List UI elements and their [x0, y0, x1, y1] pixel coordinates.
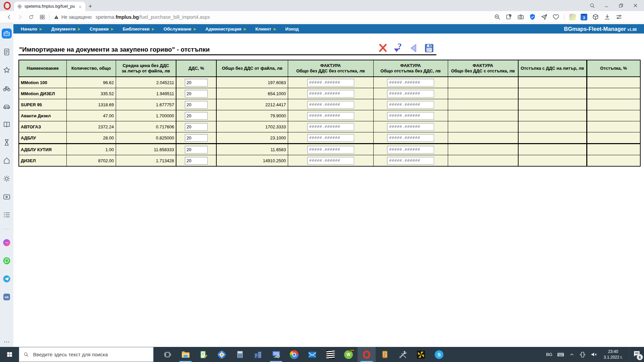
taskbar-task-view-icon[interactable] [158, 347, 176, 362]
sidebar-whatsapp-icon[interactable] [3, 257, 11, 265]
invoice-discount-input[interactable] [387, 90, 434, 98]
sidebar-bicycle-icon[interactable] [3, 84, 11, 92]
easy-setup-sliders-icon[interactable] [615, 13, 623, 20]
bookmark-pin-icon[interactable] [505, 13, 513, 20]
menu-item-klient[interactable]: Клиент▶ [255, 26, 276, 32]
taskbar-service-tool-icon[interactable] [412, 347, 430, 362]
invoice-discount-input[interactable] [387, 123, 434, 131]
taskbar-tools-icon[interactable] [394, 347, 412, 362]
taskbar-chrome-icon[interactable] [285, 347, 303, 362]
taskbar-search-input[interactable] [33, 351, 149, 358]
taskbar-calculator-icon[interactable] [231, 347, 249, 362]
taskbar-compass-icon[interactable] [213, 347, 231, 362]
vat-input[interactable] [185, 134, 208, 142]
window-restore-icon[interactable] [614, 0, 628, 11]
window-search-icon[interactable] [585, 0, 599, 11]
invoice-total-input[interactable] [307, 157, 354, 165]
chevron-up-icon[interactable] [569, 352, 575, 358]
invoice-total-input[interactable] [307, 79, 354, 86]
sidebar-brightness-sun-icon[interactable] [3, 175, 11, 183]
sidebar-telegram-icon[interactable] [3, 275, 11, 283]
taskbar-zebra-icon[interactable] [321, 347, 339, 362]
save-button[interactable] [424, 43, 434, 53]
taskbar-file-explorer-icon[interactable] [176, 347, 195, 362]
taskbar-mail-icon[interactable] [303, 347, 321, 362]
opera-menu-button[interactable] [0, 0, 14, 11]
vat-input[interactable] [185, 112, 208, 120]
menu-item-obsluzhvane[interactable]: Обслужване▶ [163, 26, 196, 32]
taskbar-skype-icon[interactable]: S [430, 347, 448, 362]
extensions-box-icon[interactable] [592, 13, 599, 20]
address-url[interactable]: spetema.fmplus.bg/fuel_purchase_bill_imp… [96, 14, 210, 20]
notification-center-button[interactable]: 6 [629, 347, 644, 362]
sidebar-star-icon[interactable] [3, 66, 11, 74]
forward-button[interactable] [17, 14, 23, 20]
tab-close-icon[interactable] [78, 4, 82, 8]
downloads-icon[interactable] [604, 13, 611, 20]
taskbar-buildings-icon[interactable] [249, 347, 267, 362]
keyboard-icon[interactable] [557, 351, 565, 358]
invoice-discount-input[interactable] [387, 101, 434, 109]
calendar-icon[interactable]: 3 [581, 14, 587, 20]
vat-input[interactable] [185, 146, 208, 154]
menu-item-biblioteki[interactable]: Библиотеки▶ [123, 26, 155, 32]
vat-input[interactable] [185, 157, 208, 165]
sidebar-workspace-briefcase-icon[interactable] [2, 28, 12, 39]
invoice-total-input[interactable] [307, 123, 354, 131]
sidebar-vk-icon[interactable]: VK [3, 293, 11, 301]
sidebar-document-icon[interactable] [3, 48, 11, 56]
window-close-icon[interactable] [628, 0, 643, 11]
taskbar-notes-icon[interactable] [195, 347, 213, 362]
security-chip[interactable]: Не защищено [54, 14, 92, 20]
sidebar-home-icon[interactable] [3, 157, 11, 165]
pinboard-cube-icon[interactable] [569, 14, 576, 20]
sidebar-video-popout-icon[interactable] [3, 193, 11, 201]
sidebar-more-button[interactable]: ⋯ [4, 340, 10, 344]
taskbar-opera-icon[interactable] [358, 347, 376, 362]
vat-input[interactable] [185, 90, 208, 98]
sidebar-messenger-icon[interactable] [3, 239, 11, 247]
invoice-discount-input[interactable] [387, 79, 434, 86]
taskbar-remote-desktop-icon[interactable] [267, 347, 285, 362]
menu-item-nachalo[interactable]: Начало▶ [21, 26, 42, 32]
menu-item-dokumenti[interactable]: Документи▶ [51, 26, 80, 32]
invoice-total-input[interactable] [307, 146, 354, 154]
menu-item-administratsia[interactable]: Администрация▶ [205, 26, 246, 32]
menu-item-izhod[interactable]: Изход [285, 26, 299, 32]
vat-input[interactable] [185, 79, 208, 86]
invoice-discount-input[interactable] [387, 134, 434, 142]
invoice-discount-input[interactable] [387, 146, 434, 154]
start-button[interactable] [0, 347, 19, 362]
vat-input[interactable] [185, 123, 208, 131]
menu-item-spravki[interactable]: Справки▶ [90, 26, 114, 32]
sidebar-car-icon[interactable] [3, 102, 11, 110]
invoice-total-input[interactable] [307, 134, 354, 142]
taskbar-device-icon[interactable] [376, 347, 394, 362]
browser-tab[interactable]: spetema.fmplus.bg/fuel_pu [14, 2, 85, 11]
invoice-total-input[interactable] [307, 90, 354, 98]
send-flow-icon[interactable] [541, 13, 548, 20]
window-minimize-icon[interactable] [599, 0, 614, 11]
sidebar-playlist-icon[interactable] [3, 211, 11, 219]
reload-button[interactable] [28, 14, 34, 20]
back-button[interactable] [6, 14, 12, 20]
invoice-total-input[interactable] [307, 112, 354, 120]
favorites-heart-icon[interactable] [552, 13, 559, 20]
vpn-shield-icon[interactable] [529, 13, 536, 20]
taskbar-adm-icon[interactable]: WADM [339, 347, 358, 362]
speed-dial-button[interactable] [39, 14, 45, 20]
zoom-out-icon[interactable] [494, 13, 501, 20]
back-button[interactable] [409, 43, 419, 53]
invoice-total-input[interactable] [307, 101, 354, 109]
vat-input[interactable] [185, 101, 208, 109]
invoice-discount-input[interactable] [387, 157, 434, 165]
snapshot-camera-icon[interactable] [517, 13, 524, 20]
sidebar-hourglass-icon[interactable] [3, 138, 11, 146]
phone-link-icon[interactable] [579, 351, 586, 358]
invoice-discount-input[interactable] [387, 112, 434, 120]
new-tab-button[interactable]: + [85, 2, 95, 11]
taskbar-clock[interactable]: 23:40 3.1.2022 г. [604, 349, 623, 360]
help-button[interactable]: ? [393, 43, 404, 53]
cancel-button[interactable] [378, 43, 388, 53]
language-indicator[interactable]: BG [546, 352, 552, 357]
